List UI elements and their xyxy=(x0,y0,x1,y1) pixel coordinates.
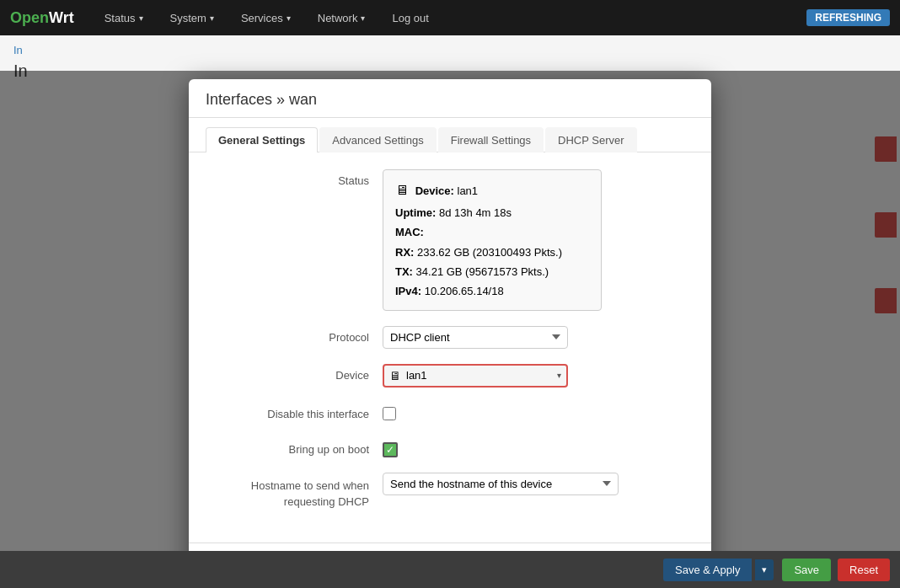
status-rx-label: RX: xyxy=(395,246,414,259)
bring-up-control: ✓ xyxy=(383,438,686,457)
bring-up-label: Bring up on boot xyxy=(214,438,383,456)
device-select-wrapper[interactable]: 🖥 lan1 ▾ xyxy=(383,364,568,388)
status-ipv4-line: IPv4: 10.206.65.14/18 xyxy=(395,281,589,301)
tab-firewall-settings[interactable]: Firewall Settings xyxy=(438,127,544,152)
bring-up-checkbox[interactable]: ✓ xyxy=(383,442,398,457)
device-row: Device 🖥 lan1 ▾ xyxy=(214,364,686,388)
modal-overlay: Interfaces » wan General Settings Advanc… xyxy=(0,71,900,588)
disable-control xyxy=(383,403,686,423)
nav-system-arrow: ▾ xyxy=(210,13,214,23)
status-mac-line: MAC: xyxy=(395,222,589,242)
nav-services-arrow: ▾ xyxy=(287,13,291,23)
modal-body: Status 🖥 Device: lan1 Uptime: 8d 13h 4m … xyxy=(189,152,711,543)
status-tx-label: TX: xyxy=(395,265,413,278)
tab-advanced-settings[interactable]: Advanced Settings xyxy=(319,127,436,152)
save-apply-button[interactable]: Save & Apply xyxy=(663,559,752,581)
refreshing-badge: REFRESHING xyxy=(806,9,890,26)
nav-logout[interactable]: Log out xyxy=(387,12,433,24)
status-rx-line: RX: 233.62 GB (203100493 Pkts.) xyxy=(395,243,589,262)
brand-wrt: Wrt xyxy=(49,9,74,26)
nav-status[interactable]: Status ▾ xyxy=(99,12,148,24)
nav-services[interactable]: Services ▾ xyxy=(236,12,296,24)
status-device-label: Device: xyxy=(415,184,454,197)
status-uptime-label: Uptime: xyxy=(395,206,436,219)
device-chevron-icon: ▾ xyxy=(557,371,561,380)
status-row: Status 🖥 Device: lan1 Uptime: 8d 13h 4m … xyxy=(214,169,686,311)
brand-open: Open xyxy=(10,9,49,26)
tab-general-settings[interactable]: General Settings xyxy=(206,127,318,152)
nav-network-arrow: ▾ xyxy=(361,13,365,23)
device-select[interactable]: lan1 xyxy=(406,369,552,382)
disable-checkbox[interactable] xyxy=(383,407,396,420)
disable-label: Disable this interface xyxy=(214,403,383,420)
background-content: In In Interfaces » wan General Settings … xyxy=(0,35,900,588)
device-label: Device xyxy=(214,364,383,382)
bottom-bar: Save & Apply ▾ Save Reset xyxy=(0,551,900,588)
status-uptime-line: Uptime: 8d 13h 4m 18s xyxy=(395,203,589,222)
brand: OpenWrt xyxy=(10,9,74,27)
modal-tabs: General Settings Advanced Settings Firew… xyxy=(189,118,711,152)
save-bottom-button[interactable]: Save xyxy=(782,559,831,581)
status-value: 🖥 Device: lan1 Uptime: 8d 13h 4m 18s MAC… xyxy=(383,169,686,311)
protocol-control: DHCP client Static address PPPoE None xyxy=(383,326,686,349)
status-ipv4-label: IPv4: xyxy=(395,285,421,297)
hostname-select[interactable]: Send the hostname of this device Do not … xyxy=(383,473,619,495)
modal-title: Interfaces » wan xyxy=(206,91,694,109)
protocol-row: Protocol DHCP client Static address PPPo… xyxy=(214,326,686,349)
bg-breadcrumb: In xyxy=(13,44,887,56)
reset-button[interactable]: Reset xyxy=(838,559,890,581)
device-icon: 🖥 xyxy=(395,183,409,197)
status-tx-line: TX: 34.21 GB (95671573 Pkts.) xyxy=(395,262,589,281)
bring-up-row: Bring up on boot ✓ xyxy=(214,438,686,457)
hostname-row: Hostname to send when requesting DHCP Se… xyxy=(214,473,686,510)
navbar: OpenWrt Status ▾ System ▾ Services ▾ Net… xyxy=(0,0,900,35)
nav-status-arrow: ▾ xyxy=(139,13,143,23)
device-icon-img: 🖥 xyxy=(389,369,401,382)
status-box: 🖥 Device: lan1 Uptime: 8d 13h 4m 18s MAC… xyxy=(383,169,602,311)
hostname-label: Hostname to send when requesting DHCP xyxy=(214,473,383,510)
protocol-select[interactable]: DHCP client Static address PPPoE None xyxy=(383,326,568,349)
tab-dhcp-server[interactable]: DHCP Server xyxy=(545,127,637,152)
modal-dialog: Interfaces » wan General Settings Advanc… xyxy=(189,79,711,588)
modal-header: Interfaces » wan xyxy=(189,79,711,118)
device-control: 🖥 lan1 ▾ xyxy=(383,364,686,388)
hostname-control: Send the hostname of this device Do not … xyxy=(383,473,686,495)
protocol-label: Protocol xyxy=(214,326,383,344)
status-device-name: lan1 xyxy=(458,184,479,197)
disable-row: Disable this interface xyxy=(214,403,686,423)
nav-network[interactable]: Network ▾ xyxy=(313,12,371,24)
status-device-line: 🖥 Device: lan1 xyxy=(395,179,589,203)
status-label: Status xyxy=(214,169,383,187)
nav-system[interactable]: System ▾ xyxy=(165,12,219,24)
status-mac-label: MAC: xyxy=(395,226,424,238)
save-apply-dropdown[interactable]: ▾ xyxy=(755,559,774,580)
